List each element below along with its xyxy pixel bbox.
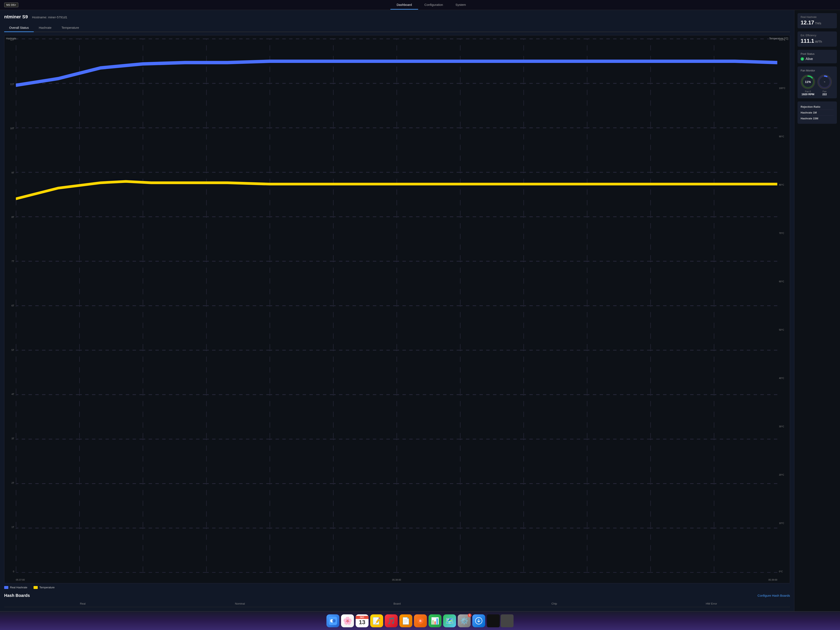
settings-badge: 1 [468,614,472,617]
legend-temperature-label: Temperature [39,586,55,589]
nav-tab-system[interactable]: System [449,0,472,9]
main-content: ntminer S9 Hostname: miner-5791d1 Overal… [0,10,840,611]
fan1-gauge-value: ~ [824,81,825,83]
fan1-gauge: ~ Fan 222 [817,74,832,96]
rejection-ratio-row: Rejection Ratio [801,104,834,110]
right-sidebar: Real Hashrate 12.17 TH/s Est. Efficiency… [794,10,840,611]
dock-notes-icon[interactable]: 📝 [370,614,383,627]
real-hashrate-card: Real Hashrate 12.17 TH/s [797,13,837,28]
nav-tabs: Dashboard Configuration System [27,0,836,9]
fan1-info: Fan 222 [822,90,827,96]
col-hw-error: HW Error [633,602,790,605]
col-chip: Chip [475,602,633,605]
dock-finder-icon[interactable] [327,614,339,627]
col-board: Board [319,602,475,605]
fan-monitor-label: Fan Monitor [801,69,834,72]
chart-svg [16,38,777,573]
dock-brave-icon[interactable]: B [414,614,427,627]
chart-y-left-labels: 12T 11T 10T 9T 8T 7T 6T 5T 4T 3T 2T 1T 0 [5,38,16,573]
configure-hash-boards-link[interactable]: Configure Hash Boards [758,594,790,597]
legend-hashrate: Real Hashrate [4,586,27,589]
calendar-month: DEC [355,616,368,619]
hashboards-title: Hash Boards [4,593,30,598]
pool-alive-icon [801,57,804,61]
fan1-gauge-circle: ~ [817,74,832,89]
tab-temperature[interactable]: Temperature [57,24,84,32]
svg-point-7 [332,619,336,622]
device-header: ntminer S9 Hostname: miner-5791d1 [4,14,790,20]
tab-overall-status[interactable]: Overall Status [4,24,34,32]
est-efficiency-unit: W/Th [815,40,822,43]
dock-mini-previews [487,614,513,627]
pool-alive-indicator: Alive [801,57,834,61]
brave-svg: B [417,617,425,625]
chart-legend: Real Hashrate Temperature [4,586,790,589]
fan0-gauge: 11% Fan 0 1920 RPM [801,74,815,96]
legend-hashrate-color [4,586,8,589]
os-logo: NS OS+ [4,3,18,7]
hashboards-section: Hash Boards Configure Hash Boards Real N… [4,593,790,607]
mini-preview-2[interactable] [501,614,513,627]
top-nav: NS OS+ Dashboard Configuration System [0,0,840,10]
mini-preview-1[interactable] [487,614,500,627]
left-panel: ntminer S9 Hostname: miner-5791d1 Overal… [0,10,794,611]
nav-tab-configuration[interactable]: Configuration [418,0,449,9]
fan1-rpm: 222 [822,93,827,96]
svg-text:B: B [419,619,422,622]
real-hashrate-unit: TH/s [815,22,821,25]
dock-pages-icon[interactable]: 📄 [399,614,412,627]
legend-hashrate-label: Real Hashrate [10,586,27,589]
chart-container: Hashrate Temperature [°C] 12T 11T 10T 9T… [4,35,790,583]
fan0-rpm: 1920 RPM [802,93,814,96]
calendar-day: 13 [359,619,365,625]
col-nominal: Nominal [161,602,318,605]
fan-monitor-card: Fan Monitor 11% Fan 0 1920 RPM [797,66,837,98]
tab-hashrate[interactable]: Hashrate [34,24,57,32]
panel-tabs: Overall Status Hashrate Temperature [4,24,790,32]
fan-gauges: 11% Fan 0 1920 RPM ~ [801,74,834,96]
dock-maps-icon[interactable]: 🗺️ [443,614,456,627]
nav-tab-dashboard[interactable]: Dashboard [390,0,418,9]
fan0-gauge-circle: 11% [801,74,815,89]
est-efficiency-value: 111.1 [801,38,814,44]
fan0-info: Fan 0 1920 RPM [802,90,814,96]
legend-temperature-color [33,586,38,589]
dock-photos-icon[interactable]: 🌸 [341,614,354,627]
svg-rect-0 [16,38,777,573]
dock-numbers-icon[interactable]: 📊 [428,614,442,627]
device-name: ntminer S9 [4,14,28,20]
bottom-stats-card: Rejection Ratio Hashrate 1M Hashrate 15M [797,101,837,124]
download-svg [475,617,483,625]
fan0-gauge-value: 11% [805,80,811,84]
real-hashrate-label: Real Hashrate [801,16,834,19]
hashrate-1m-row: Hashrate 1M [801,110,834,115]
legend-temperature: Temperature [33,586,55,589]
finder-svg [329,617,337,625]
fan0-label: Fan 0 [802,90,814,93]
pool-alive-text: Alive [805,57,813,61]
pool-status-card: Pool Status Alive [797,50,837,63]
macos-dock: 🌸 DEC 13 📝 🎵 📄 B 📊 🗺️ ⚙️ 1 [0,611,840,630]
est-efficiency-card: Est. Efficiency 111.1 W/Th [797,32,837,47]
chart-time-labels: 05:37:00 05:38:00 05:39:00 [16,578,777,581]
dock-settings-icon[interactable]: ⚙️ 1 [458,614,471,627]
dock-calendar-icon[interactable]: DEC 13 [355,614,368,627]
hashboards-header: Hash Boards Configure Hash Boards [4,593,790,598]
pool-status-label: Pool Status [801,52,834,55]
col-real: Real [4,602,161,605]
chart-y-right-labels: 110°C 100°C 90°C 80°C 70°C 60°C 50°C 40°… [777,38,790,573]
device-hostname: Hostname: miner-5791d1 [32,16,67,19]
est-efficiency-label: Est. Efficiency [801,34,834,37]
fan1-label: Fan [822,90,827,93]
hashrate-15m-row: Hashrate 15M [801,115,834,121]
dock-download-icon[interactable] [472,614,485,627]
hashboards-table-header: Real Nominal Board Chip HW Error [4,600,790,607]
dock-music-icon[interactable]: 🎵 [385,614,398,627]
real-hashrate-value: 12.17 [801,19,814,26]
